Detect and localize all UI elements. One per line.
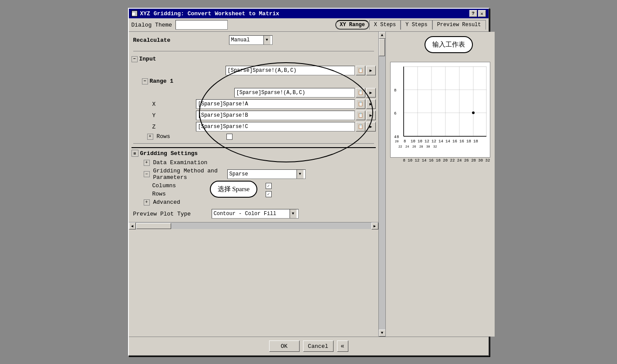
close-button[interactable]: ✕ [478, 10, 486, 17]
y-label: Y [152, 112, 196, 119]
scroll-content: Recalculate Manual ▼ − Input [129, 32, 378, 337]
z-row: Z 📋 ▶ [131, 122, 376, 131]
svg-text:28: 28 [419, 145, 423, 148]
input-expand-icon[interactable]: − [131, 56, 138, 62]
svg-text:12: 12 [432, 139, 436, 144]
z-arrow-btn[interactable]: ▶ [366, 122, 376, 131]
gridding-method-arrow: ▼ [297, 170, 303, 179]
svg-rect-0 [404, 67, 486, 136]
input-value-input[interactable] [226, 66, 355, 75]
collapse-button[interactable]: « [337, 340, 348, 352]
help-button[interactable]: ? [469, 10, 477, 17]
ok-button[interactable]: OK [269, 340, 300, 352]
svg-text:26: 26 [412, 145, 416, 148]
range1-expand-icon[interactable]: − [142, 78, 148, 84]
range1-arrow-btn[interactable]: ▶ [366, 88, 376, 98]
svg-text:20: 20 [395, 140, 398, 143]
gridding-settings-section: ⊞ Gridding Settings + Data Examination − [131, 147, 376, 219]
horizontal-scrollbar: ◀ ▶ [129, 222, 378, 229]
rows-checkbox[interactable] [226, 134, 233, 140]
preview-plot-type-arrow: ▼ [290, 209, 297, 218]
advanced-label: Advanced [153, 199, 180, 206]
range1-value-input[interactable] [234, 88, 355, 98]
tab-preview-result[interactable]: Preview Result [432, 20, 486, 30]
svg-text:10: 10 [411, 139, 415, 144]
columns-checkbox[interactable]: ✓ [266, 183, 272, 189]
scroll-v-track [379, 39, 385, 330]
recalculate-row: Recalculate Manual ▼ [131, 35, 376, 45]
data-examination-label: Data Examination [153, 159, 208, 166]
left-panel: Recalculate Manual ▼ − Input [129, 32, 386, 337]
right-panel: 输入工作表 [386, 32, 495, 337]
svg-text:12: 12 [425, 139, 429, 144]
scroll-up-btn[interactable]: ▲ [379, 32, 385, 39]
tab-xy-range[interactable]: XY Range [335, 20, 369, 30]
svg-text:22: 22 [398, 145, 402, 148]
z-browse-btn[interactable]: 📋 [356, 122, 365, 131]
separator-2 [133, 143, 374, 144]
gridding-method-expand-icon[interactable]: − [144, 171, 150, 177]
dialog-theme-input[interactable] [175, 20, 228, 30]
range1-browse-btn[interactable]: 📋 [356, 88, 365, 98]
advanced-expand-icon[interactable]: + [144, 199, 150, 206]
range1-label: Range 1 [150, 78, 174, 84]
z-input[interactable] [196, 122, 355, 131]
data-examination-row: + Data Examination [131, 159, 376, 166]
svg-text:24: 24 [405, 145, 409, 148]
rows-label: Rows [157, 133, 226, 140]
tabs-area: XY Range X Steps Y Steps Preview Result [335, 20, 486, 30]
window-icon: ■ [131, 10, 138, 17]
input-arrow-btn[interactable]: ▶ [366, 66, 376, 75]
chart-area: 8 10 12 14 16 18 4 6 8 8 10 [390, 62, 490, 158]
scroll-h-thumb[interactable] [136, 223, 171, 229]
y-browse-btn[interactable]: 📋 [356, 111, 365, 120]
separator-1 [133, 51, 374, 51]
svg-text:8: 8 [394, 88, 396, 93]
recalculate-select[interactable]: Manual ▼ [229, 35, 273, 45]
y-arrow-btn[interactable]: ▶ [366, 111, 376, 120]
callout-input: 输入工作表 [425, 36, 473, 53]
input-section-header: − Input [131, 55, 376, 63]
rows-expand-icon[interactable]: + [147, 134, 153, 140]
recalculate-select-arrow: ▼ [263, 36, 270, 44]
gridding-method-select[interactable]: Sparse ▼ [227, 169, 306, 179]
tab-x-steps[interactable]: X Steps [369, 20, 401, 30]
svg-text:8: 8 [397, 135, 399, 139]
title-bar-buttons: ? ✕ [469, 10, 486, 17]
svg-text:14: 14 [445, 139, 450, 144]
chart-x-labels: 8 10 12 14 16 18 20 22 24 26 28 30 32 [390, 158, 490, 163]
data-examination-expand-icon[interactable]: + [144, 160, 150, 166]
tab-y-steps[interactable]: Y Steps [401, 20, 432, 30]
input-browse-btn[interactable]: 📋 [356, 66, 365, 75]
x-input[interactable] [196, 99, 355, 109]
gridding-settings-label: Gridding Settings [140, 150, 198, 157]
bottom-buttons: OK Cancel « [129, 337, 489, 355]
svg-text:18: 18 [466, 139, 471, 144]
title-bar-left: ■ XYZ Gridding: Convert Worksheet to Mat… [131, 10, 280, 17]
gridding-settings-icon: ⊞ [131, 150, 138, 157]
scroll-left-btn[interactable]: ◀ [129, 222, 136, 229]
gridding-method-label: Gridding Method and Parameters [153, 168, 227, 181]
y-row: Y 📋 ▶ [131, 111, 376, 120]
svg-text:16: 16 [452, 139, 457, 144]
recalculate-label: Recalculate [133, 37, 229, 44]
gridding-settings-header: ⊞ Gridding Settings [131, 147, 376, 157]
y-input[interactable] [196, 111, 355, 120]
scroll-down-btn[interactable]: ▼ [379, 330, 385, 337]
cancel-button[interactable]: Cancel [303, 340, 334, 352]
svg-text:32: 32 [433, 145, 437, 148]
scroll-area: Recalculate Manual ▼ − Input [129, 32, 378, 222]
x-browse-btn[interactable]: 📋 [356, 99, 365, 109]
range1-value-row: 📋 ▶ [131, 88, 376, 98]
svg-point-32 [472, 111, 475, 114]
input-label: Input [139, 56, 156, 62]
left-panel-inner: Recalculate Manual ▼ − Input [129, 32, 385, 337]
scroll-right-btn[interactable]: ▶ [371, 222, 378, 229]
scroll-v-thumb[interactable] [379, 39, 385, 56]
preview-plot-type-select[interactable]: Contour - Color Fill ▼ [212, 209, 299, 219]
svg-text:4: 4 [394, 135, 396, 139]
scroll-h-track [136, 222, 371, 229]
svg-text:6: 6 [394, 111, 396, 116]
grid-rows-checkbox[interactable]: ✓ [266, 191, 272, 197]
x-arrow-btn[interactable]: ▶ [366, 99, 376, 109]
